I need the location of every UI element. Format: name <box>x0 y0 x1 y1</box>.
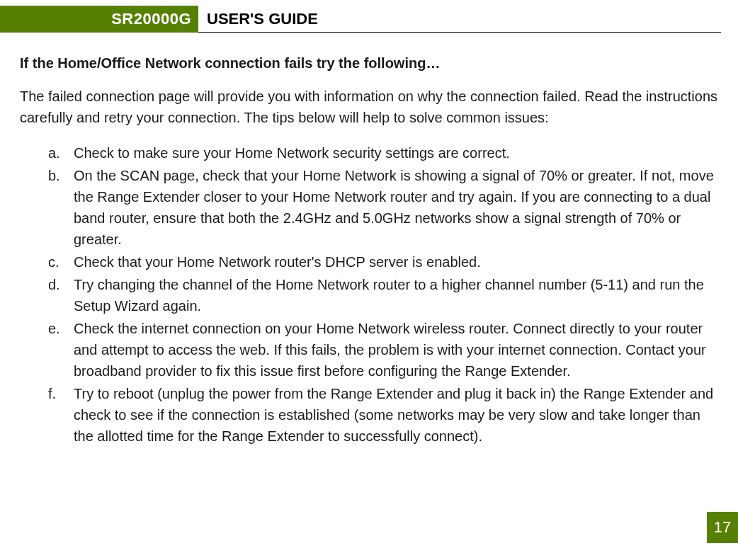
step-marker: f. <box>48 383 74 447</box>
intro-text: The failed connection page will provide … <box>20 86 718 128</box>
steps-list: a. Check to make sure your Home Network … <box>20 142 718 447</box>
product-name: SR20000G <box>111 10 191 28</box>
list-item: e. Check the internet connection on your… <box>48 318 718 382</box>
list-item: a. Check to make sure your Home Network … <box>48 142 718 164</box>
step-text: Check the internet connection on your Ho… <box>74 318 718 382</box>
header-bar: SR20000G <box>0 6 198 33</box>
header-rule <box>198 32 721 33</box>
step-text: Try changing the channel of the Home Net… <box>74 274 718 316</box>
step-marker: b. <box>48 165 74 250</box>
step-text: Try to reboot (unplug the power from the… <box>74 383 718 447</box>
list-item: b. On the SCAN page, check that your Hom… <box>48 165 718 250</box>
step-marker: e. <box>48 318 74 382</box>
header: SR20000G USER'S GUIDE <box>0 6 738 35</box>
page-number: 17 <box>707 512 738 543</box>
list-item: c. Check that your Home Network router's… <box>48 251 718 273</box>
step-text: Check that your Home Network router's DH… <box>74 251 718 273</box>
step-marker: a. <box>48 142 74 164</box>
document-title: USER'S GUIDE <box>207 6 318 33</box>
section-heading: If the Home/Office Network connection fa… <box>20 55 718 72</box>
step-text: On the SCAN page, check that your Home N… <box>74 165 718 250</box>
content-area: If the Home/Office Network connection fa… <box>0 35 738 447</box>
list-item: f. Try to reboot (unplug the power from … <box>48 383 718 447</box>
step-marker: c. <box>48 251 74 273</box>
list-item: d. Try changing the channel of the Home … <box>48 274 718 316</box>
step-text: Check to make sure your Home Network sec… <box>74 142 718 164</box>
step-marker: d. <box>48 274 74 316</box>
